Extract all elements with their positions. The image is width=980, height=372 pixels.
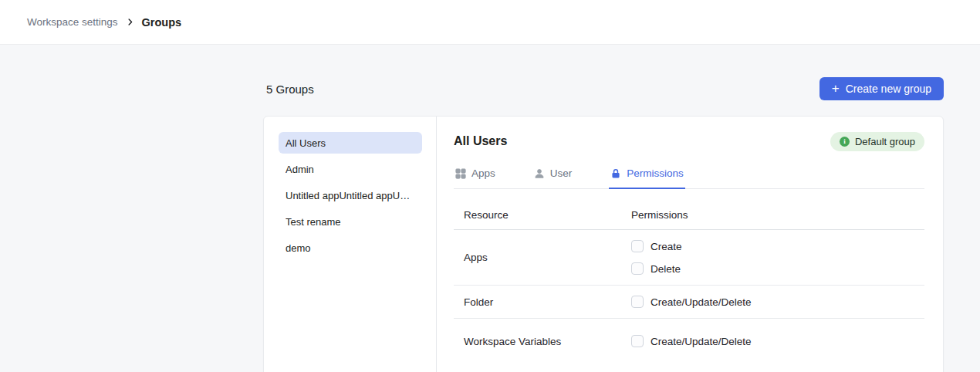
column-header-permissions: Permissions — [631, 209, 924, 221]
groups-card: All Users Admin Untitled appUntitled app… — [263, 116, 944, 372]
page-head: 5 Groups + Create new group — [263, 77, 944, 100]
folder-create-update-delete-label: Create/Update/Delete — [651, 296, 752, 308]
user-icon — [534, 168, 545, 179]
default-group-badge: i Default group — [830, 132, 924, 151]
workspace-variables-create-update-delete-label: Create/Update/Delete — [651, 336, 752, 347]
permissions-table-header: Resource Permissions — [454, 203, 924, 230]
apps-delete-checkbox[interactable] — [631, 262, 644, 275]
plus-icon: + — [832, 82, 840, 95]
apps-permissions: Create Delete — [631, 240, 924, 275]
permission-option: Create/Update/Delete — [631, 335, 924, 347]
chevron-right-icon — [126, 18, 134, 26]
tab-apps-label: Apps — [471, 167, 495, 179]
group-item-label: Untitled appUntitled appUntitle… — [286, 190, 415, 201]
lock-icon — [610, 168, 621, 179]
group-item-test-rename[interactable]: Test rename — [279, 211, 422, 232]
group-item-all-users[interactable]: All Users — [279, 132, 422, 154]
group-item-label: All Users — [286, 137, 326, 149]
permission-option: Delete — [631, 262, 924, 275]
workspace-variables-create-update-delete-checkbox[interactable] — [631, 335, 644, 347]
folder-create-update-delete-checkbox[interactable] — [631, 296, 644, 308]
group-item-admin[interactable]: Admin — [279, 158, 422, 180]
groups-content-column: 5 Groups + Create new group All Users Ad… — [263, 77, 944, 372]
info-icon: i — [840, 137, 850, 147]
table-row-workspace-variables: Workspace Variables Create/Update/Delete — [454, 319, 924, 357]
group-item-label: Admin — [286, 164, 314, 175]
group-item-demo[interactable]: demo — [279, 237, 422, 259]
groups-count: 5 Groups — [263, 83, 314, 96]
column-header-resource: Resource — [464, 209, 631, 221]
tab-apps[interactable]: Apps — [454, 164, 497, 189]
apps-grid-icon — [455, 168, 466, 179]
tab-user[interactable]: User — [532, 164, 574, 189]
group-title: All Users — [454, 134, 507, 148]
workspace-variables-permissions: Create/Update/Delete — [631, 335, 924, 347]
group-item-label: demo — [286, 242, 311, 254]
permissions-table: Resource Permissions Apps Create — [454, 203, 924, 357]
table-row-apps: Apps Create Delete — [454, 230, 924, 286]
tab-permissions[interactable]: Permissions — [609, 164, 685, 189]
top-bar: Workspace settings Groups — [0, 0, 980, 45]
group-detail-header: All Users i Default group — [454, 130, 924, 152]
permission-option: Create/Update/Delete — [631, 296, 924, 308]
apps-create-label: Create — [651, 241, 682, 252]
group-item-untitled-app[interactable]: Untitled appUntitled appUntitle… — [279, 184, 422, 206]
tab-user-label: User — [550, 167, 573, 179]
group-detail-tabs: Apps User Permissions — [454, 164, 924, 189]
tab-permissions-label: Permissions — [627, 167, 684, 179]
breadcrumb: Workspace settings Groups — [27, 16, 181, 29]
permission-option: Create — [631, 240, 924, 252]
create-new-group-label: Create new group — [846, 83, 931, 95]
group-item-label: Test rename — [286, 216, 341, 228]
resource-label: Workspace Variables — [464, 336, 631, 347]
breadcrumb-workspace-settings[interactable]: Workspace settings — [27, 16, 118, 28]
group-detail-panel: All Users i Default group Apps — [437, 117, 943, 372]
table-row-folder: Folder Create/Update/Delete — [454, 286, 924, 319]
default-group-badge-label: Default group — [855, 136, 915, 147]
apps-delete-label: Delete — [651, 263, 681, 275]
apps-create-checkbox[interactable] — [631, 240, 644, 252]
create-new-group-button[interactable]: + Create new group — [819, 77, 944, 100]
breadcrumb-current-groups: Groups — [142, 16, 182, 29]
page-body: 5 Groups + Create new group All Users Ad… — [0, 45, 980, 372]
resource-label: Folder — [464, 296, 631, 308]
group-list: All Users Admin Untitled appUntitled app… — [264, 117, 437, 372]
folder-permissions: Create/Update/Delete — [631, 296, 924, 308]
resource-label: Apps — [464, 252, 631, 263]
